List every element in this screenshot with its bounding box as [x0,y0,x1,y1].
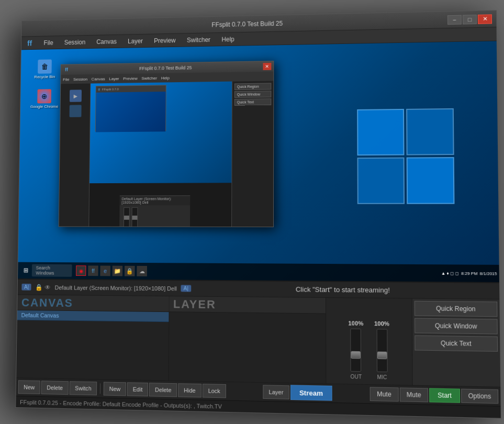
menu-help[interactable]: Help [216,34,239,44]
close-button[interactable]: ✕ [477,14,491,24]
options-button[interactable]: Options [461,389,498,404]
layer-list [169,312,326,383]
taskbar-icons: ◉ ff e 📁 🔒 ☁ [76,265,147,276]
win-start-button[interactable]: ⊞ [19,265,31,276]
layer-badge: A| [181,285,191,292]
layer-label: LAYER [169,296,326,313]
clock-date: 8/1/2015 [479,271,497,276]
canvas-badge: A| [21,284,31,291]
quick-text-button[interactable]: Quick Text [415,336,498,352]
menu-preview[interactable]: Preview [149,35,181,46]
mic-percent: 100% [374,320,389,327]
nested-quick-window: Quick Window [234,91,271,98]
canvas-new-button[interactable]: New [18,380,40,394]
layer-label-button[interactable]: Layer [263,385,289,399]
layer-info-text: Default Layer (Screen Monitor): [1920×10… [54,284,176,292]
out-slider-track [350,329,361,372]
recycle-bin-label: Recycle Bin [34,74,55,79]
button-separator [100,383,100,394]
layer-new-button[interactable]: New [103,382,126,396]
app-window: FFsplit 0.7.0 Test Build 25 − □ ✕ ff Fil… [15,10,501,419]
canvas-delete-button[interactable]: Delete [41,381,68,395]
desktop-icons: 🗑 Recycle Bin ⊕ Google Chrome [30,59,59,109]
nested-app-window: ff FFsplit 0.7.0 Test Build 25 ✕ File Se… [58,61,274,227]
mute-mic-button[interactable]: Mute [399,387,428,402]
status-text: FFsplit 0.7.0.25 - Encode Profile: Defau… [20,399,222,409]
volume-row: 100% OUT 100% MIC [348,303,389,381]
nested-right-panel: Quick Region Quick Window Quick Text [231,81,273,227]
stream-message: Click "Start" to start streaming! [195,285,495,295]
menu-canvas[interactable]: Canvas [91,36,121,47]
mute-out-button[interactable]: Mute [369,387,398,401]
mic-label: MIC [377,374,387,381]
canvas-layer-area: CANVAS LAYER Default Canvas [16,295,326,383]
canvas-switch-button[interactable]: Switch [69,381,97,395]
out-percent: 100% [348,320,363,327]
title-bar-controls: − □ ✕ [447,14,491,25]
win-tray: ▲ ♦ ◻ ◻ 8:29 PM 8/1/2015 [441,271,497,276]
out-volume-control: 100% OUT [348,320,363,380]
lock-icon[interactable]: 🔒 [35,284,43,291]
canvas-list: Default Canvas [16,310,169,381]
controls-row: CANVAS LAYER Default Canvas [16,295,500,386]
layer-hide-button[interactable]: Hide [178,383,201,397]
bottom-section: A| 🔒 👁 Default Layer (Screen Monitor): [… [16,278,500,406]
maximize-button[interactable]: □ [462,15,476,25]
eye-icon[interactable]: 👁 [44,284,51,291]
layer-delete-button[interactable]: Delete [149,383,177,397]
quick-panel: Quick Region Quick Window Quick Text [411,299,500,387]
quick-region-button[interactable]: Quick Region [414,301,497,317]
quick-window-button[interactable]: Quick Window [415,318,498,334]
stream-button[interactable]: Stream [290,385,332,400]
canvas-default-item[interactable]: Default Canvas [17,310,168,322]
start-button[interactable]: Start [429,388,460,403]
mic-volume-control: 100% MIC [374,320,389,381]
win10-desktop: 🗑 Recycle Bin ⊕ Google Chrome [18,41,499,282]
spacer [227,391,262,392]
out-label: OUT [350,374,362,380]
layer-edit-button[interactable]: Edit [127,382,148,396]
nested-sidebar: ▶ [59,83,91,226]
mic-slider-thumb[interactable] [377,351,387,359]
menu-file[interactable]: File [39,37,58,48]
canvas-label: CANVAS [17,295,169,311]
preview-area: 🗑 Recycle Bin ⊕ Google Chrome [18,41,499,282]
win-search-box[interactable]: Search Windows [31,264,72,277]
taskbar-time: ▲ ♦ ◻ ◻ [441,271,458,275]
nested-close-button[interactable]: ✕ [263,63,271,70]
clock-time: 8:29 PM [461,271,477,275]
main-content: 🗑 Recycle Bin ⊕ Google Chrome [16,41,501,418]
audio-section: 100% OUT 100% MIC [326,298,412,385]
recycle-bin-icon: 🗑 Recycle Bin [30,59,59,79]
nested-quick-text: Quick Text [234,98,271,106]
spacer2 [333,393,368,394]
menu-session[interactable]: Session [59,37,91,47]
canvas-content: Default Canvas [16,310,326,384]
menu-switcher[interactable]: Switcher [182,35,216,46]
info-icons: 🔒 👁 [35,284,51,291]
nested-quick-region: Quick Region [234,83,271,90]
nested-window-title: FFsplit 0.7.0 Test Build 25 [70,64,263,72]
mic-slider-track [376,329,387,372]
chrome-icon: ⊕ Google Chrome [30,89,58,109]
layer-lock-button[interactable]: Lock [202,384,226,398]
win10-logo [357,108,465,214]
nested-preview: ff FFsplit 0.7.0 Default Layer (Screen M… [89,82,232,227]
out-slider-thumb[interactable] [351,351,361,359]
chrome-label: Google Chrome [30,104,58,109]
menu-layer[interactable]: Layer [122,36,148,46]
app-logo: ff [23,39,36,47]
minimize-button[interactable]: − [447,15,461,25]
